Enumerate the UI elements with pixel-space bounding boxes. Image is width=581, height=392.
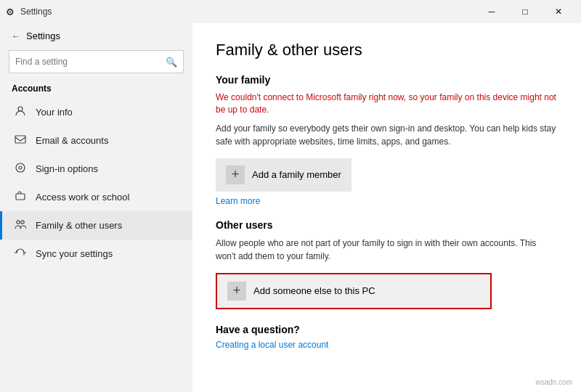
sidebar-item-work-school[interactable]: Access work or school bbox=[0, 183, 192, 211]
title-bar-title: Settings bbox=[20, 7, 52, 17]
sidebar: ← Settings 🔍 Accounts Your info bbox=[0, 23, 192, 392]
sidebar-item-label: Sign-in options bbox=[36, 163, 98, 174]
close-button[interactable]: ✕ bbox=[542, 0, 575, 23]
add-someone-label: Add someone else to this PC bbox=[253, 285, 375, 296]
other-users-title: Other users bbox=[216, 219, 558, 231]
add-someone-button[interactable]: + Add someone else to this PC bbox=[216, 273, 492, 309]
main-content: Family & other users Your family We coul… bbox=[192, 23, 581, 392]
signin-icon bbox=[14, 162, 27, 176]
page-title: Family & other users bbox=[216, 41, 558, 60]
sidebar-item-label: Sync your settings bbox=[36, 248, 113, 259]
other-users-desc: Allow people who are not part of your fa… bbox=[216, 237, 558, 263]
add-family-member-button[interactable]: + Add a family member bbox=[216, 158, 352, 192]
family-icon bbox=[14, 219, 27, 232]
plus-icon: + bbox=[226, 166, 245, 184]
sidebar-item-label: Email & accounts bbox=[36, 135, 108, 146]
local-user-link[interactable]: Creating a local user account bbox=[216, 340, 558, 350]
have-question-title: Have a question? bbox=[216, 324, 558, 335]
sidebar-item-family-users[interactable]: Family & other users bbox=[0, 211, 192, 240]
sidebar-section-title: Accounts bbox=[0, 81, 192, 98]
back-label: Settings bbox=[26, 30, 60, 41]
title-bar-controls: ─ □ ✕ bbox=[475, 0, 575, 23]
maximize-button[interactable]: □ bbox=[508, 0, 542, 23]
sidebar-item-label: Your info bbox=[36, 107, 73, 118]
svg-point-6 bbox=[21, 221, 24, 224]
svg-point-0 bbox=[18, 107, 23, 111]
your-family-section: Your family We couldn't connect to Micro… bbox=[216, 74, 558, 206]
other-users-section: Other users Allow people who are not par… bbox=[216, 219, 558, 309]
svg-point-5 bbox=[17, 221, 20, 224]
search-box[interactable]: 🔍 bbox=[9, 50, 184, 73]
your-family-title: Your family bbox=[216, 74, 558, 86]
sidebar-item-sync-settings[interactable]: Sync your settings bbox=[0, 240, 192, 268]
sync-icon bbox=[14, 247, 27, 261]
back-button[interactable]: ← Settings bbox=[0, 26, 192, 46]
svg-rect-4 bbox=[16, 194, 25, 200]
sidebar-item-label: Access work or school bbox=[36, 192, 129, 203]
your-info-icon bbox=[14, 105, 27, 119]
sidebar-item-your-info[interactable]: Your info bbox=[0, 98, 192, 126]
plus-icon-2: + bbox=[227, 282, 246, 301]
minimize-button[interactable]: ─ bbox=[475, 0, 508, 23]
sidebar-item-label: Family & other users bbox=[36, 220, 122, 231]
title-bar-left: ⚙ Settings bbox=[6, 7, 52, 17]
app-body: ← Settings 🔍 Accounts Your info bbox=[0, 23, 581, 392]
svg-point-3 bbox=[19, 166, 22, 169]
add-family-member-label: Add a family member bbox=[252, 169, 341, 180]
back-arrow-icon: ← bbox=[12, 31, 20, 41]
svg-rect-1 bbox=[15, 136, 25, 143]
watermark: wsadn.com bbox=[535, 378, 572, 386]
work-icon bbox=[14, 190, 27, 204]
sidebar-item-email-accounts[interactable]: Email & accounts bbox=[0, 126, 192, 155]
sidebar-item-sign-in[interactable]: Sign-in options bbox=[0, 155, 192, 183]
family-error-text: We couldn't connect to Microsoft family … bbox=[216, 91, 558, 116]
title-bar: ⚙ Settings ─ □ ✕ bbox=[0, 0, 581, 23]
search-input[interactable] bbox=[15, 57, 166, 67]
svg-point-2 bbox=[16, 163, 25, 172]
learn-more-link[interactable]: Learn more bbox=[216, 196, 558, 206]
search-icon: 🔍 bbox=[166, 57, 177, 68]
have-question-section: Have a question? Creating a local user a… bbox=[216, 324, 558, 350]
settings-icon: ⚙ bbox=[6, 7, 15, 17]
email-icon bbox=[14, 134, 27, 147]
your-family-desc: Add your family so everybody gets their … bbox=[216, 122, 558, 148]
